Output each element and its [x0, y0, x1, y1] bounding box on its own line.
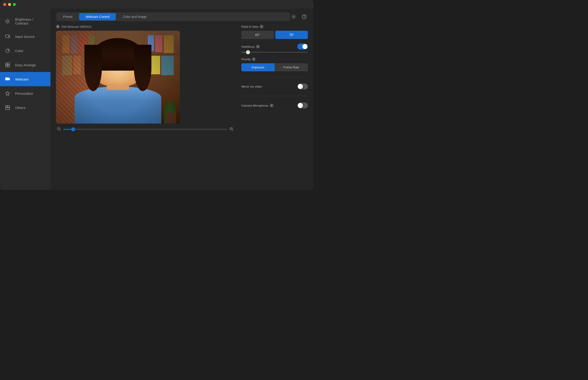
svg-rect-18: [5, 106, 7, 107]
svg-point-0: [7, 20, 9, 22]
fov-78-button[interactable]: 78°: [275, 31, 308, 39]
webcam-icon: [5, 76, 11, 82]
svg-rect-19: [8, 106, 10, 107]
fov-button-group: 65° 78°: [241, 31, 308, 39]
svg-line-5: [6, 20, 6, 20]
microphone-info-icon[interactable]: i: [270, 104, 274, 107]
svg-rect-12: [8, 63, 10, 65]
svg-line-8: [6, 22, 6, 23]
priority-button-group: Exposure Frame Rate: [241, 63, 308, 71]
sidebar-input-source-label: Input Source: [15, 35, 35, 38]
minimize-button[interactable]: [8, 3, 11, 6]
svg-rect-15: [5, 77, 9, 80]
camera-name-text: Dell Webcam WB3023: [61, 25, 92, 28]
mirror-video-label: Mirror my video: [241, 85, 262, 88]
field-of-view-section: Field of View i 65° 78°: [241, 25, 308, 39]
help-button[interactable]: [300, 13, 308, 20]
webcam-preview: [56, 31, 180, 124]
maximize-button[interactable]: [13, 3, 16, 6]
sidebar-item-webcam[interactable]: Webcam: [0, 72, 50, 86]
sidebar-item-brightness-contrast[interactable]: Brightness / Contrast: [0, 13, 50, 29]
priority-section: Priority i Exposure Frame Rate: [241, 57, 308, 71]
svg-rect-20: [5, 108, 10, 110]
sidebar-item-easy-arrange[interactable]: Easy Arrange: [0, 58, 50, 72]
autofocus-label-row: Autofocus i: [241, 45, 260, 48]
sidebar-easy-arrange-label: Easy Arrange: [15, 63, 36, 67]
svg-line-30: [232, 130, 233, 131]
autofocus-slider-thumb[interactable]: [246, 50, 250, 54]
sidebar-item-personalize[interactable]: Personalize: [0, 86, 50, 100]
zoom-slider-track[interactable]: [63, 129, 227, 130]
camera-label-container: Dell Webcam WB3023: [56, 25, 235, 28]
content-area: Preset Webcam Control Color and Image: [50, 9, 314, 190]
microphone-toggle[interactable]: [297, 102, 308, 109]
webcam-left-panel: Dell Webcam WB3023: [56, 25, 235, 184]
svg-rect-14: [8, 65, 10, 67]
priority-info-icon[interactable]: i: [252, 57, 255, 61]
mirror-video-row: Mirror my video: [241, 83, 308, 90]
sidebar-webcam-label: Webcam: [15, 77, 29, 81]
webcam-photo: [56, 31, 180, 124]
divider-1: [241, 77, 308, 77]
svg-point-23: [304, 18, 304, 18]
zoom-slider-thumb[interactable]: [71, 127, 75, 132]
tab-color-and-image[interactable]: Color and Image: [116, 13, 153, 20]
fov-label-text: Field of View: [241, 25, 258, 28]
camera-status-dot: [56, 25, 60, 28]
sidebar-item-others[interactable]: Others: [0, 100, 50, 115]
webcam-right-panel: Field of View i 65° 78° Autofocus: [235, 25, 308, 184]
tab-group-container: Preset Webcam Control Color and Image: [56, 12, 290, 21]
microphone-toggle-thumb: [298, 103, 303, 108]
priority-frame-rate-button[interactable]: Frame Rate: [274, 63, 308, 71]
autofocus-row: Autofocus i: [241, 44, 308, 50]
zoom-in-icon[interactable]: [229, 127, 234, 132]
tab-group: Preset Webcam Control Color and Image: [56, 12, 290, 21]
svg-line-7: [9, 20, 9, 20]
sidebar-item-input-source[interactable]: Input Source: [0, 29, 50, 44]
autofocus-info-icon[interactable]: i: [256, 45, 260, 48]
svg-rect-11: [5, 63, 7, 65]
main-layout: Brightness / Contrast Input Source: [0, 9, 314, 190]
sidebar-item-color[interactable]: Color: [0, 44, 50, 58]
zoom-control: [56, 127, 235, 132]
autofocus-label-text: Autofocus: [241, 45, 255, 48]
svg-point-21: [293, 16, 294, 18]
top-bar-icons: [290, 13, 308, 20]
priority-label-text: Priority: [241, 57, 251, 61]
tab-preset[interactable]: Preset: [57, 13, 79, 20]
sidebar-others-label: Others: [15, 106, 25, 110]
sidebar-personalize-label: Personalize: [15, 92, 33, 95]
input-source-icon: [5, 34, 11, 39]
tab-webcam-control[interactable]: Webcam Control: [79, 13, 116, 20]
vignette-overlay: [56, 31, 180, 124]
app-window: Brightness / Contrast Input Source: [0, 0, 314, 190]
priority-exposure-button[interactable]: Exposure: [241, 63, 274, 71]
personalize-icon: [5, 90, 11, 96]
title-bar: [0, 0, 314, 9]
mirror-video-toggle[interactable]: [297, 83, 308, 89]
sidebar-color-label: Color: [15, 49, 23, 53]
brightness-icon: [5, 18, 11, 24]
top-bar: Preset Webcam Control Color and Image: [50, 9, 314, 25]
traffic-lights: [3, 3, 16, 6]
zoom-out-icon[interactable]: [57, 127, 61, 132]
easy-arrange-icon: [5, 62, 11, 68]
svg-rect-9: [5, 35, 9, 38]
autofocus-section: Autofocus i: [241, 44, 308, 53]
svg-rect-13: [5, 65, 7, 67]
autofocus-toggle-thumb: [302, 44, 307, 49]
webcam-content: Dell Webcam WB3023: [50, 25, 314, 190]
microphone-label-row: Camera Microphone i: [241, 104, 274, 107]
close-button[interactable]: [3, 3, 6, 6]
mirror-toggle-thumb: [298, 84, 303, 89]
priority-label-row: Priority i: [241, 57, 308, 61]
fov-65-button[interactable]: 65°: [241, 31, 274, 39]
fov-info-icon[interactable]: i: [260, 25, 263, 28]
autofocus-slider-track[interactable]: [241, 52, 308, 53]
autofocus-toggle[interactable]: [297, 44, 308, 50]
sidebar: Brightness / Contrast Input Source: [0, 9, 50, 190]
svg-marker-17: [5, 91, 10, 95]
svg-line-26: [60, 130, 61, 131]
settings-button[interactable]: [290, 13, 297, 20]
fov-label-row: Field of View i: [241, 25, 308, 28]
